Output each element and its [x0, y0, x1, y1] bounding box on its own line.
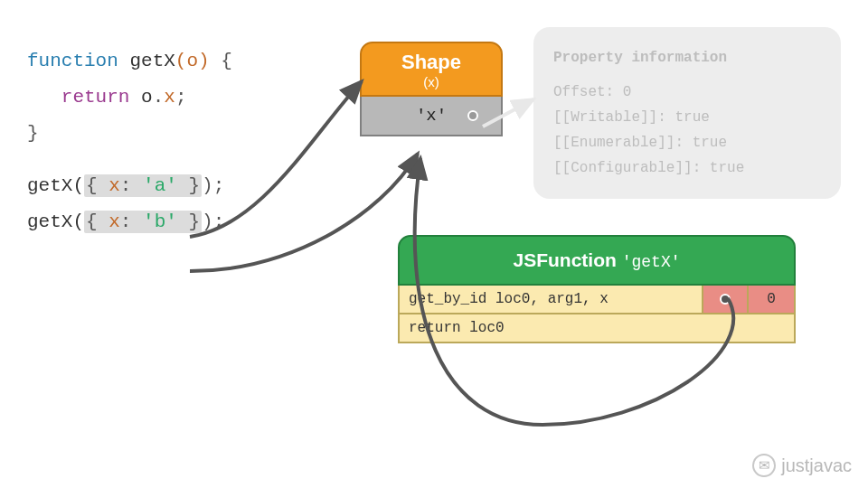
property-info-box: Property information Offset: 0 [[Writabl… — [533, 27, 841, 199]
property-info-title: Property information — [553, 45, 821, 70]
code-line-call1: getX({ x: 'a' }); — [27, 168, 232, 204]
property-info-offset: Offset: 0 — [553, 80, 821, 105]
code-line-1: function getX(o) { — [27, 43, 232, 80]
keyword-return: return — [61, 87, 130, 108]
pointer-dot-icon — [720, 294, 731, 305]
inline-cache-value: 0 — [749, 286, 794, 313]
property-info-writable: [[Writable]]: true — [553, 105, 821, 130]
bytecode-row-1: get_by_id loc0, arg1, x 0 — [398, 286, 796, 314]
property-info-enumerable: [[Enumerable]]: true — [553, 130, 821, 155]
jsfunction-box: JSFunction 'getX' get_by_id loc0, arg1, … — [398, 235, 796, 343]
code-snippet: function getX(o) { return o.x; } getX({ … — [27, 43, 232, 239]
bytecode-instruction: get_by_id loc0, arg1, x — [400, 286, 703, 313]
inline-cache-slot — [703, 286, 749, 313]
shape-title: Shape — [362, 51, 501, 74]
jsfunction-name: 'getX' — [622, 253, 681, 271]
shape-subtitle: (x) — [362, 74, 501, 89]
bytecode-instruction: return loc0 — [400, 314, 794, 342]
shape-box: Shape (x) 'x' — [360, 42, 503, 136]
pointer-dot-icon — [467, 110, 478, 121]
code-line-2: return o.x; — [27, 80, 232, 116]
watermark-text: justjavac — [781, 455, 852, 476]
bytecode-row-2: return loc0 — [398, 314, 796, 343]
wechat-icon: ✉ — [752, 454, 776, 477]
code-line-3: } — [27, 116, 232, 152]
jsfunction-label: JSFunction — [514, 249, 617, 270]
jsfunction-header: JSFunction 'getX' — [398, 235, 796, 286]
keyword-function: function — [27, 51, 118, 71]
property-info-configurable: [[Configurable]]: true — [553, 155, 821, 181]
watermark: ✉ justjavac — [752, 454, 852, 477]
shape-property-cell: 'x' — [360, 97, 503, 136]
shape-property-name: 'x' — [416, 106, 447, 126]
shape-header: Shape (x) — [360, 42, 503, 97]
code-line-call2: getX({ x: 'b' }); — [27, 204, 232, 240]
